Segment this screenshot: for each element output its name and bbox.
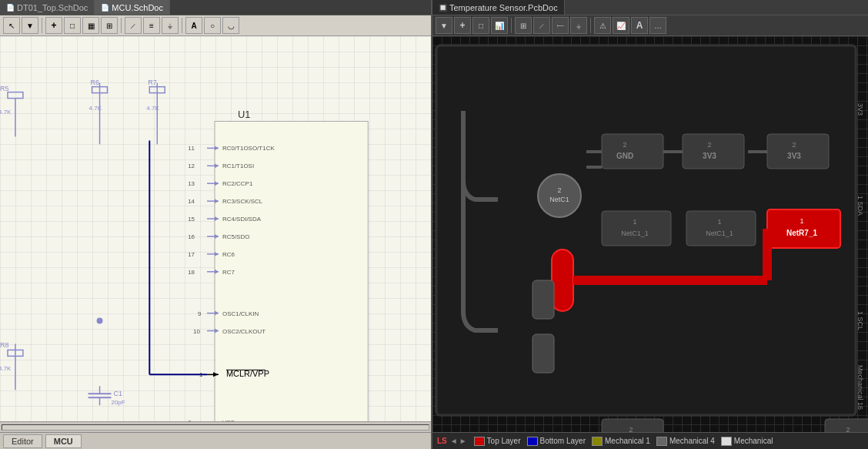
pcb-add-btn[interactable]: +	[454, 17, 471, 34]
pcb-rect-btn[interactable]: □	[472, 17, 489, 34]
svg-text:1 SCL: 1 SCL	[856, 311, 864, 330]
tab-dt01[interactable]: 📄 DT01_Top.SchDoc	[0, 0, 95, 15]
svg-text:3V3: 3V3	[856, 103, 864, 116]
schematic-status-bar: Editor MCU	[0, 432, 431, 449]
svg-text:R6: R6	[91, 79, 99, 86]
top-layer-label: Top Layer	[487, 437, 521, 445]
schematic-svg: R5 4.7K R6 4.7K R7 4.7K U1 11	[0, 36, 431, 421]
svg-point-65	[97, 318, 103, 324]
svg-text:2: 2	[707, 141, 711, 149]
arc-tool[interactable]: ◡	[222, 17, 239, 34]
text-tool[interactable]: A	[185, 17, 202, 34]
svg-text:Mechanical 16: Mechanical 16	[856, 365, 864, 410]
svg-text:2: 2	[846, 426, 850, 432]
layer-item-mech1[interactable]: Mechanical 1	[589, 437, 653, 446]
layer-item-bottom[interactable]: Bottom Layer	[525, 437, 588, 446]
pcb-toolbar: ▼ + □ 📊 ⊞ ⟋ ⟝ ⏚ ⚠ 📈 A …	[432, 15, 868, 36]
pcb-component-btn[interactable]: ⊞	[515, 17, 532, 34]
svg-text:4.7K: 4.7K	[89, 105, 102, 112]
svg-text:1: 1	[800, 217, 803, 225]
pcb-svg: 2 GND 2 3V3 2 3V3 2 NetC1 1 NetC1_1	[432, 36, 868, 432]
schematic-toolbar: ↖ ▼ + □ ▦ ⊞ ⟋ ≡ ⏚ A ○ ◡	[0, 15, 431, 36]
rect-tool[interactable]: □	[64, 17, 81, 34]
cursor-tool[interactable]: ↖	[3, 17, 20, 34]
component-tool[interactable]: ⊞	[101, 17, 118, 34]
power-tool[interactable]: ⏚	[162, 17, 179, 34]
svg-text:RC4/SDI/SDA: RC4/SDI/SDA	[222, 216, 262, 223]
svg-text:2: 2	[792, 141, 796, 149]
svg-text:RC5/SDO: RC5/SDO	[222, 233, 249, 240]
svg-rect-103	[532, 280, 554, 319]
svg-text:16: 16	[188, 233, 195, 240]
toolbar-sep-2	[121, 18, 122, 33]
ls-label: LS	[437, 437, 447, 445]
svg-text:3V3: 3V3	[703, 152, 716, 160]
layer-item-mech[interactable]: Mechanical	[719, 437, 776, 446]
svg-rect-1	[8, 92, 23, 99]
filter-tool[interactable]: ▼	[22, 17, 38, 34]
bus-tool[interactable]: ≡	[143, 17, 160, 34]
mech1-layer-color	[592, 437, 603, 446]
pcb-chart2-btn[interactable]: 📈	[613, 17, 629, 34]
svg-text:4.7K: 4.7K	[0, 365, 12, 372]
mech4-layer-color	[656, 437, 667, 446]
tab-pcb[interactable]: 🔲 Temperature Sensor.PcbDoc	[432, 0, 565, 15]
svg-text:2: 2	[629, 426, 633, 432]
svg-text:14: 14	[188, 198, 195, 205]
left-arrow[interactable]: ◄	[450, 437, 458, 445]
layer-item-top[interactable]: Top Layer	[472, 437, 523, 446]
pcb-text-btn[interactable]: A	[631, 17, 648, 34]
editor-tab[interactable]: Editor	[3, 434, 42, 448]
top-layer-color	[474, 437, 485, 446]
svg-text:8: 8	[188, 419, 192, 421]
svg-text:U1: U1	[238, 109, 251, 120]
svg-text:17: 17	[188, 251, 195, 258]
pcb-power-btn[interactable]: ⏚	[570, 17, 587, 34]
svg-text:10: 10	[193, 328, 200, 335]
pcb-route-btn[interactable]: ⟋	[533, 17, 550, 34]
add-tool[interactable]: +	[45, 17, 62, 34]
svg-text:3V3: 3V3	[787, 152, 801, 160]
wire-tool[interactable]: ⟋	[125, 17, 142, 34]
svg-text:15: 15	[188, 216, 195, 223]
pcb-sep-1	[511, 18, 512, 33]
svg-text:RC3/SCK/SCL: RC3/SCK/SCL	[222, 198, 263, 205]
mech1-layer-label: Mechanical 1	[605, 437, 650, 445]
tab-mcu[interactable]: 📄 MCU.SchDoc	[95, 0, 170, 15]
circle-tool[interactable]: ○	[204, 17, 221, 34]
schematic-canvas: R5 4.7K R6 4.7K R7 4.7K U1 11	[0, 36, 431, 421]
svg-text:OSC1/CLKIN: OSC1/CLKIN	[222, 310, 259, 317]
svg-text:NetR7_1: NetR7_1	[786, 229, 817, 237]
pcb-drc-btn[interactable]: ⚠	[594, 17, 611, 34]
schematic-scrollbar-h[interactable]	[0, 421, 431, 432]
svg-text:VSS: VSS	[222, 419, 235, 421]
svg-text:4.7K: 4.7K	[146, 105, 159, 112]
pcb-route2-btn[interactable]: ⟝	[552, 17, 569, 34]
mech4-layer-label: Mechanical 4	[669, 437, 715, 445]
pcb-filter-btn[interactable]: ▼	[436, 17, 452, 34]
svg-text:1: 1	[633, 218, 636, 226]
toolbar-sep-3	[182, 18, 182, 33]
pcb-sep-2	[590, 18, 591, 33]
right-arrow[interactable]: ►	[459, 437, 467, 445]
svg-text:R5: R5	[0, 85, 8, 92]
svg-rect-104	[532, 334, 554, 373]
svg-text:20pF: 20pF	[111, 399, 125, 406]
pcb-chart-btn[interactable]: 📊	[491, 17, 508, 34]
tab-mcu-label: MCU.SchDoc	[112, 3, 163, 12]
layer-bar: LS ◄ ► Top Layer Bottom Layer Mechanical…	[432, 432, 868, 449]
svg-text:RC6: RC6	[222, 251, 235, 258]
layer-item-mech4[interactable]: Mechanical 4	[654, 437, 717, 446]
pcb-more-btn[interactable]: …	[649, 17, 666, 34]
svg-text:NetC1_1: NetC1_1	[706, 230, 733, 237]
svg-text:RC1/T1OSI: RC1/T1OSI	[222, 163, 254, 169]
tab-pcb-label: Temperature Sensor.PcbDoc	[449, 3, 558, 12]
svg-rect-94	[686, 211, 756, 246]
svg-text:18: 18	[188, 269, 195, 276]
schematic-icon-mcu: 📄	[101, 4, 109, 12]
svg-rect-100	[552, 250, 573, 311]
grid-tool[interactable]: ▦	[82, 17, 99, 34]
svg-text:RC0/T1OSO/T1CK: RC0/T1OSO/T1CK	[222, 145, 275, 152]
svg-text:MCLR/VPP: MCLR/VPP	[226, 369, 269, 378]
mcu-tab[interactable]: MCU	[45, 434, 82, 448]
